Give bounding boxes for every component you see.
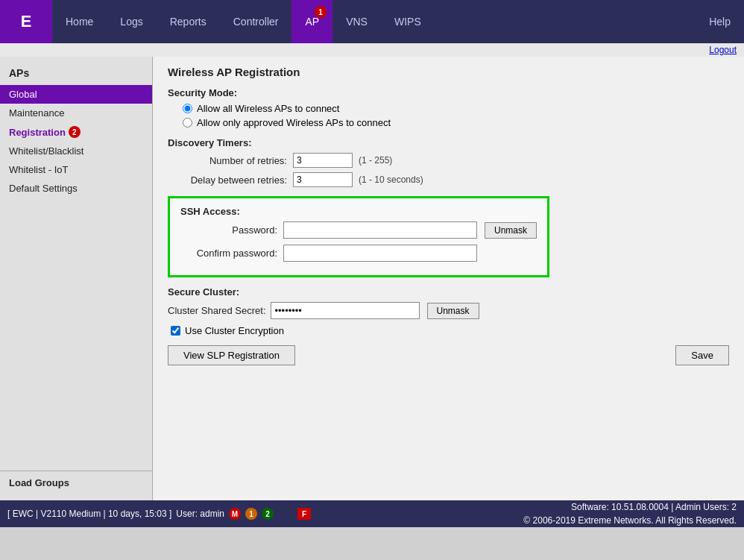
status-right: Software: 10.51.08.0004 | Admin Users: 2… <box>523 500 737 527</box>
nav-ap[interactable]: AP 1 <box>291 0 332 43</box>
retries-row: Number of retries: (1 - 255) <box>168 153 729 168</box>
radio-allow-approved-input[interactable] <box>183 118 192 128</box>
cluster-secret-input[interactable] <box>271 302 420 319</box>
status-software: Software: 10.51.08.0004 | Admin Users: 2 <box>523 500 737 514</box>
sidebar-item-maintenance[interactable]: Maintenance <box>0 104 152 122</box>
security-mode-label: Security Mode: <box>168 87 729 98</box>
status-badge-m: M <box>229 508 241 520</box>
ssh-access-box: SSH Access: Password: Unmask Confirm pas… <box>168 196 549 277</box>
delay-label: Delay between retries: <box>168 174 287 186</box>
security-mode-section: Security Mode: Allow all Wireless APs to… <box>168 87 729 128</box>
sidebar-title: APs <box>0 63 152 85</box>
ssh-password-row: Password: Unmask <box>180 221 537 239</box>
logo: E <box>0 0 52 43</box>
status-left: [ EWC | V2110 Medium | 10 days, 15:03 ] … <box>7 508 311 520</box>
radio-allow-approved-label: Allow only approved Wireless APs to conn… <box>197 117 391 128</box>
cluster-secret-label: Cluster Shared Secret: <box>168 305 266 316</box>
nav-reports[interactable]: Reports <box>157 0 220 43</box>
nav-logs[interactable]: Logs <box>107 0 156 43</box>
encryption-label: Use Cluster Encryption <box>185 325 284 336</box>
radio-allow-all: Allow all Wireless APs to connect <box>183 103 729 114</box>
sidebar-item-whitelist-blacklist[interactable]: Whitelist/Blacklist <box>0 142 152 160</box>
ssh-password-label: Password: <box>180 224 277 236</box>
encryption-checkbox-row: Use Cluster Encryption <box>171 325 729 336</box>
sidebar-load-groups: Load Groups <box>0 471 152 494</box>
sidebar-item-whitelist-iot[interactable]: Whitelist - IoT <box>0 160 152 179</box>
nav-wips[interactable]: WIPS <box>381 0 435 43</box>
radio-allow-all-input[interactable] <box>183 104 192 113</box>
secure-cluster-label: Secure Cluster: <box>168 286 729 298</box>
save-button[interactable]: Save <box>675 345 729 365</box>
view-slp-button[interactable]: View SLP Registration <box>168 345 295 365</box>
encryption-checkbox[interactable] <box>171 326 180 336</box>
cluster-secret-row: Cluster Shared Secret: Unmask <box>168 302 729 319</box>
logout-link[interactable]: Logout <box>709 45 737 55</box>
discovery-timers-section: Discovery Timers: Number of retries: (1 … <box>168 137 729 187</box>
ssh-unmask-button[interactable]: Unmask <box>485 222 537 239</box>
registration-badge: 2 <box>69 126 81 138</box>
nav-controller[interactable]: Controller <box>220 0 292 43</box>
sidebar-item-registration[interactable]: Registration 2 <box>0 122 152 142</box>
logout-bar: Logout <box>0 43 744 57</box>
ssh-confirm-label: Confirm password: <box>180 248 277 259</box>
retries-hint: (1 - 255) <box>359 155 392 166</box>
registration-with-badge: Registration 2 <box>9 126 143 138</box>
status-bar: [ EWC | V2110 Medium | 10 days, 15:03 ] … <box>0 500 744 527</box>
retries-input[interactable] <box>293 153 353 168</box>
radio-allow-all-label: Allow all Wireless APs to connect <box>197 103 339 114</box>
status-badge-1: 1 <box>245 508 257 520</box>
sidebar-item-global[interactable]: Global <box>0 85 152 104</box>
nav-vns[interactable]: VNS <box>332 0 381 43</box>
status-badge-f: F <box>297 508 311 520</box>
nav-home[interactable]: Home <box>52 0 107 43</box>
sidebar: APs Global Maintenance Registration 2 Wh… <box>0 57 153 500</box>
main-layout: APs Global Maintenance Registration 2 Wh… <box>0 57 744 500</box>
ssh-confirm-input[interactable] <box>283 245 477 262</box>
cluster-unmask-button[interactable]: Unmask <box>427 303 479 319</box>
delay-hint: (1 - 10 seconds) <box>359 174 423 185</box>
ap-badge: 1 <box>315 6 327 18</box>
buttons-row: View SLP Registration Save <box>168 345 729 365</box>
nav-items: Home Logs Reports Controller AP 1 VNS WI… <box>52 0 696 43</box>
secure-cluster-section: Secure Cluster: Cluster Shared Secret: U… <box>168 286 729 336</box>
radio-allow-approved: Allow only approved Wireless APs to conn… <box>183 117 729 128</box>
ssh-access-label: SSH Access: <box>180 206 537 217</box>
delay-row: Delay between retries: (1 - 10 seconds) <box>168 172 729 187</box>
sidebar-item-default-settings[interactable]: Default Settings <box>0 179 152 198</box>
status-copyright: © 2006-2019 Extreme Networks. All Rights… <box>523 514 737 527</box>
ssh-confirm-row: Confirm password: <box>180 245 537 262</box>
status-user: User: admin <box>176 509 224 519</box>
discovery-timers-label: Discovery Timers: <box>168 137 729 148</box>
retries-label: Number of retries: <box>168 155 287 166</box>
content-area: Wireless AP Registration Security Mode: … <box>153 57 744 500</box>
status-badge-2: 2 <box>262 508 274 520</box>
status-left-text: [ EWC | V2110 Medium | 10 days, 15:03 ] <box>7 509 171 519</box>
security-mode-radio-group: Allow all Wireless APs to connect Allow … <box>183 103 729 128</box>
page-title: Wireless AP Registration <box>168 66 729 78</box>
top-navigation: E Home Logs Reports Controller AP 1 VNS … <box>0 0 744 43</box>
nav-help[interactable]: Help <box>696 0 744 43</box>
ssh-password-input[interactable] <box>283 221 477 239</box>
delay-input[interactable] <box>293 172 353 187</box>
